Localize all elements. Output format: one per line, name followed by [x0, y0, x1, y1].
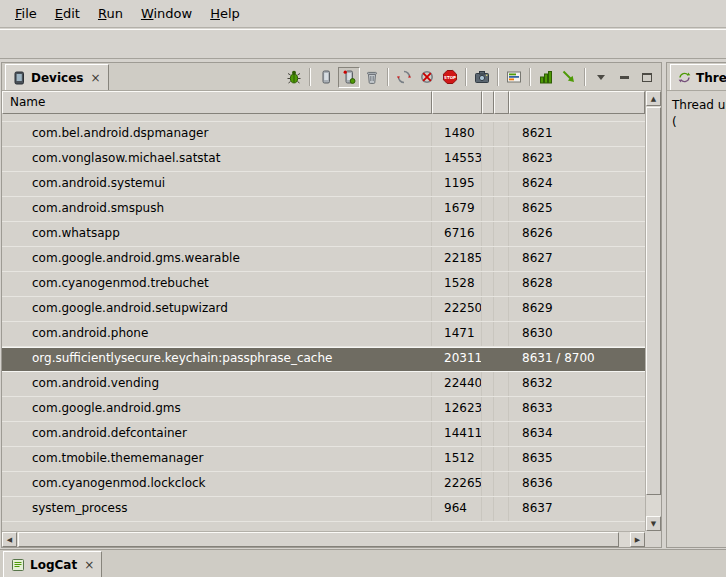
vertical-scrollbar-thumb[interactable] — [646, 107, 661, 495]
vertical-scrollbar[interactable]: ▲ ▼ — [645, 91, 661, 531]
show-heap-button[interactable] — [315, 67, 337, 88]
process-row[interactable]: com.tmobile.thememanager 1512 8635 — [2, 447, 645, 472]
stop-process-button[interactable]: STOP — [439, 67, 461, 88]
process-row[interactable]: com.cyanogenmod.lockclock 22265 8636 — [2, 472, 645, 497]
process-name: com.bel.android.dspmanager — [2, 122, 432, 146]
systrace-button[interactable] — [503, 67, 525, 88]
process-name: com.cyanogenmod.lockclock — [2, 472, 432, 496]
logcat-view-bar: LogCat × — [0, 549, 726, 577]
process-name: com.vonglasow.michael.satstat — [2, 147, 432, 171]
process-col-spacer — [482, 272, 494, 296]
menu-item[interactable]: Window — [132, 3, 201, 24]
process-pid: 20311 — [432, 348, 482, 371]
start-method-profiling-button[interactable] — [535, 67, 557, 88]
scroll-down-icon: ▼ — [651, 520, 656, 528]
close-icon[interactable]: × — [84, 558, 94, 572]
horizontal-scrollbar-thumb[interactable] — [18, 532, 619, 547]
process-col-spacer — [494, 372, 509, 396]
tab-threads[interactable]: Threads × — [670, 64, 726, 90]
process-col-spacer — [494, 197, 509, 221]
update-heap-button[interactable] — [338, 67, 360, 88]
column-header-spacer[interactable] — [494, 91, 509, 114]
process-pid: 12623 — [432, 397, 482, 421]
process-pid: 1480 — [432, 122, 482, 146]
stop-thread-updates-icon — [419, 69, 435, 85]
tab-devices-label: Devices — [31, 71, 83, 85]
process-name: com.android.vending — [2, 372, 432, 396]
process-port: 8624 — [509, 172, 645, 196]
column-header-name[interactable]: Name — [2, 91, 432, 114]
logcat-icon — [11, 558, 25, 572]
process-row[interactable]: org.sufficientlysecure.keychain:passphra… — [2, 347, 645, 372]
screen-capture-button[interactable] — [471, 67, 493, 88]
tab-logcat[interactable]: LogCat × — [3, 551, 102, 577]
process-row[interactable]: com.google.android.gms 12623 8633 — [2, 397, 645, 422]
process-col-spacer — [494, 472, 509, 496]
process-col-spacer — [482, 122, 494, 146]
table-header: Name — [2, 91, 645, 114]
process-col-spacer — [482, 397, 494, 421]
process-row[interactable]: com.android.phone 1471 8630 — [2, 322, 645, 347]
menu-item[interactable]: Run — [89, 3, 132, 24]
process-col-spacer — [494, 122, 509, 146]
process-pid: 22250 — [432, 297, 482, 321]
process-row[interactable]: com.google.android.gms.wearable 22185 86… — [2, 247, 645, 272]
stop-thread-updates-button[interactable] — [416, 67, 438, 88]
process-pid: 14411 — [432, 422, 482, 446]
threads-tabbar: Threads × — [667, 63, 726, 91]
process-pid: 964 — [432, 497, 482, 521]
scroll-left-icon: ◀ — [7, 536, 12, 544]
process-row[interactable]: com.whatsapp 6716 8626 — [2, 222, 645, 247]
menu-item[interactable]: Edit — [46, 3, 89, 24]
device-icon — [13, 71, 26, 85]
menu-item[interactable]: Help — [201, 3, 249, 24]
scroll-down-button[interactable]: ▼ — [646, 516, 661, 531]
debug-process-button[interactable] — [283, 67, 305, 88]
process-port: 8633 — [509, 397, 645, 421]
process-col-spacer — [482, 372, 494, 396]
process-port: 8632 — [509, 372, 645, 396]
minimize-button[interactable] — [613, 67, 635, 88]
toolbar-separator — [584, 68, 586, 86]
process-col-spacer — [494, 272, 509, 296]
update-threads-button[interactable] — [393, 67, 415, 88]
process-row[interactable]: com.android.smspush 1679 8625 — [2, 197, 645, 222]
cause-gc-icon — [364, 69, 380, 85]
allocation-tracker-button[interactable] — [558, 67, 580, 88]
menu-item[interactable]: File — [6, 3, 46, 24]
process-port: 8637 — [509, 497, 645, 521]
main-toolbar — [0, 29, 726, 59]
column-header-pid[interactable] — [432, 91, 482, 114]
scroll-left-button[interactable]: ◀ — [2, 532, 17, 547]
column-header-port[interactable] — [509, 91, 645, 114]
tab-devices[interactable]: Devices × — [5, 64, 109, 90]
process-row[interactable]: com.google.android.setupwizard 22250 862… — [2, 297, 645, 322]
process-col-spacer — [494, 222, 509, 246]
toolbar-separator — [309, 68, 311, 86]
menu-bar: FileEditRunWindowHelp — [0, 0, 726, 28]
process-row[interactable]: com.android.vending 22440 8632 — [2, 372, 645, 397]
process-row[interactable]: com.bel.android.dspmanager 1480 8621 — [2, 122, 645, 147]
row-spacer — [2, 114, 645, 122]
cause-gc-button[interactable] — [361, 67, 383, 88]
process-row[interactable]: system_process 964 8637 — [2, 497, 645, 522]
view-menu-button[interactable] — [590, 67, 612, 88]
process-name: system_process — [2, 497, 432, 521]
process-row[interactable]: com.cyanogenmod.trebuchet 1528 8628 — [2, 272, 645, 297]
systrace-icon — [506, 69, 522, 85]
process-port: 8634 — [509, 422, 645, 446]
close-icon[interactable]: × — [90, 71, 100, 85]
process-row[interactable]: com.android.defcontainer 14411 8634 — [2, 422, 645, 447]
show-heap-icon — [318, 69, 334, 85]
scroll-right-button[interactable]: ▶ — [630, 532, 645, 547]
maximize-button[interactable] — [636, 67, 658, 88]
process-row[interactable]: com.vonglasow.michael.satstat 14553 8623 — [2, 147, 645, 172]
process-port: 8627 — [509, 247, 645, 271]
update-threads-icon — [396, 69, 412, 85]
toolbar-separator — [529, 68, 531, 86]
process-name: com.tmobile.thememanager — [2, 447, 432, 471]
horizontal-scrollbar[interactable]: ◀ ▶ — [2, 531, 645, 547]
column-header-spacer[interactable] — [482, 91, 494, 114]
scroll-up-button[interactable]: ▲ — [646, 91, 661, 106]
process-row[interactable]: com.android.systemui 1195 8624 — [2, 172, 645, 197]
